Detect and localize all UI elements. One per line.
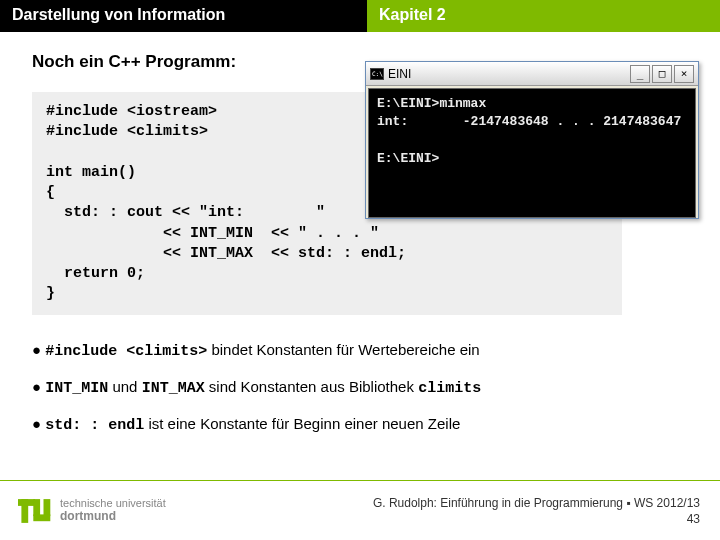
bullet-text: bindet Konstanten für Wertebereiche ein (207, 341, 479, 358)
list-item: INT_MIN und INT_MAX sind Konstanten aus … (32, 376, 688, 399)
inline-code: #include <climits> (45, 343, 207, 360)
university-logo: technische universität dortmund (18, 494, 166, 528)
svg-rect-1 (18, 499, 35, 506)
svg-rect-2 (33, 499, 40, 516)
console-title: EINI (370, 67, 411, 81)
page-number: 43 (373, 512, 700, 526)
console-titlebar: EINI _ □ × (366, 62, 698, 86)
attribution-text: G. Rudolph: Einführung in die Programmie… (373, 496, 700, 510)
svg-rect-3 (44, 499, 51, 516)
console-title-text: EINI (388, 67, 411, 81)
tu-logo-icon (18, 494, 52, 528)
slide-footer: technische universität dortmund G. Rudol… (0, 480, 720, 540)
window-buttons: _ □ × (630, 65, 694, 83)
close-button[interactable]: × (674, 65, 694, 83)
svg-rect-4 (33, 514, 50, 521)
header-chapter: Kapitel 2 (367, 0, 720, 32)
footer-attribution: G. Rudolph: Einführung in die Programmie… (373, 496, 700, 526)
bullet-list: #include <climits> bindet Konstanten für… (32, 339, 688, 436)
inline-code: std: : endl (45, 417, 144, 434)
console-output: E:\EINI>minmax int: -2147483648 . . . 21… (368, 88, 696, 218)
list-item: std: : endl ist eine Konstante für Begin… (32, 413, 688, 436)
university-city: dortmund (60, 510, 166, 524)
slide-header: Darstellung von Information Kapitel 2 (0, 0, 720, 32)
maximize-button[interactable]: □ (652, 65, 672, 83)
inline-code: climits (418, 380, 481, 397)
console-window: EINI _ □ × E:\EINI>minmax int: -21474836… (365, 61, 699, 219)
inline-code: INT_MAX (142, 380, 205, 397)
inline-code: INT_MIN (45, 380, 108, 397)
header-topic: Darstellung von Information (0, 0, 367, 32)
bullet-text: sind Konstanten aus Bibliothek (205, 378, 418, 395)
list-item: #include <climits> bindet Konstanten für… (32, 339, 688, 362)
bullet-text: ist eine Konstante für Beginn einer neue… (144, 415, 460, 432)
minimize-button[interactable]: _ (630, 65, 650, 83)
cmd-icon (370, 68, 384, 80)
bullet-text: und (108, 378, 141, 395)
logo-text: technische universität dortmund (60, 497, 166, 523)
